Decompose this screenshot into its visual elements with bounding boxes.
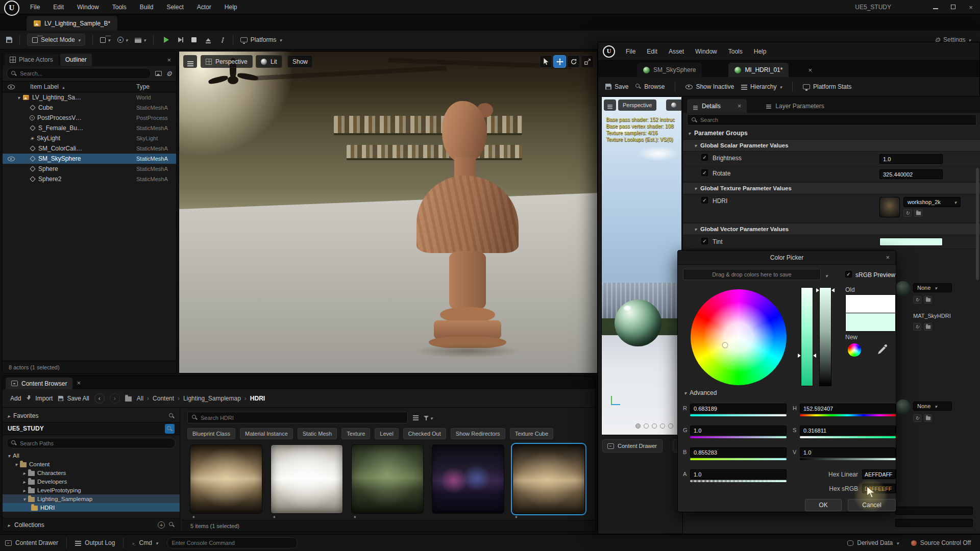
- filter-dropdown[interactable]: [424, 414, 433, 421]
- asset-tile[interactable]: [351, 444, 424, 514]
- minimize-button[interactable]: [927, 4, 944, 11]
- menu-help[interactable]: Help: [748, 48, 772, 55]
- theme-dropdown-icon[interactable]: [825, 272, 828, 279]
- save-all-button[interactable]: Save All: [58, 395, 89, 402]
- texture-slot-thumbnail[interactable]: [895, 399, 911, 415]
- stop-button[interactable]: [191, 37, 197, 42]
- play-button[interactable]: [164, 37, 169, 43]
- srgb-preview-checkbox[interactable]: [845, 271, 852, 278]
- tree-item-content[interactable]: Content: [3, 460, 180, 468]
- outliner-column-header[interactable]: Item Label Type: [3, 81, 176, 92]
- content-browser-tab[interactable]: Content Browser: [6, 378, 72, 389]
- outliner-row-selected[interactable]: SM_SkySphereStaticMeshA: [3, 154, 176, 164]
- hex-srgb-input[interactable]: D8FFEEFF: [862, 484, 896, 493]
- outliner-row[interactable]: LV_Lighting_Sample_B (EditoWorld: [3, 92, 176, 103]
- search-paths-input[interactable]: Search Paths: [7, 438, 176, 448]
- tree-item-developers[interactable]: Developers: [3, 477, 180, 486]
- outliner-search-input[interactable]: Search...: [7, 68, 151, 79]
- group-global-texture[interactable]: Global Texture Parameter Values: [683, 182, 980, 194]
- brightness-checkbox[interactable]: [701, 154, 708, 161]
- content-browser-close-icon[interactable]: [77, 380, 81, 387]
- viewport-options-button[interactable]: [183, 55, 197, 68]
- menu-build[interactable]: Build: [133, 0, 160, 14]
- value-bar[interactable]: [819, 287, 831, 386]
- filter-level[interactable]: Level: [375, 428, 398, 439]
- shape-sphere-button[interactable]: [644, 423, 649, 429]
- breadcrumb-all[interactable]: All: [137, 395, 149, 402]
- menu-edit[interactable]: Edit: [641, 48, 663, 55]
- shape-cylinder-button[interactable]: [635, 423, 641, 429]
- visibility-eye-icon[interactable]: [8, 156, 15, 162]
- texture-slot-thumbnail[interactable]: [895, 281, 911, 296]
- menu-tools[interactable]: Tools: [106, 0, 133, 14]
- color-theme-dropzone[interactable]: Drag & drop colors here to save: [683, 269, 821, 280]
- detail-value-input[interactable]: [895, 519, 973, 527]
- collections-section[interactable]: Collections: [3, 518, 180, 531]
- value-slider[interactable]: V 1.0: [793, 447, 896, 461]
- show-flags-button[interactable]: Show: [287, 55, 313, 68]
- group-global-vector[interactable]: Global Vector Parameter Values: [683, 223, 980, 235]
- project-section[interactable]: UE5_STUDY: [3, 422, 180, 435]
- menu-tools[interactable]: Tools: [723, 48, 748, 55]
- red-slider[interactable]: R 0.683189: [683, 404, 787, 417]
- console-command-input[interactable]: Enter Console Command: [167, 537, 298, 548]
- preview-perspective-button[interactable]: Perspective: [618, 99, 656, 111]
- move-tool-button[interactable]: [553, 55, 566, 68]
- details-scrollbar[interactable]: [976, 168, 979, 280]
- texture-slot-dropdown[interactable]: None: [913, 283, 952, 292]
- view-settings-icon[interactable]: [413, 415, 419, 416]
- saturation-bar[interactable]: [801, 287, 813, 386]
- cinematics-dropdown[interactable]: [135, 36, 146, 43]
- tab-place-actors[interactable]: Place Actors: [5, 54, 58, 66]
- save-level-button[interactable]: [6, 37, 12, 43]
- output-log-button[interactable]: Output Log: [75, 539, 115, 546]
- group-global-scalar[interactable]: Global Scalar Parameter Values: [683, 139, 980, 152]
- outliner-snapshot-icon[interactable]: [155, 71, 162, 76]
- tree-item-all[interactable]: All: [3, 451, 180, 460]
- breadcrumb-hdri[interactable]: HDRI: [250, 395, 265, 402]
- content-drawer-button[interactable]: Content Drawer: [602, 439, 663, 453]
- save-button[interactable]: Save: [605, 83, 628, 90]
- outliner-row[interactable]: SM_ColorCalibratorStaticMeshA: [3, 143, 176, 154]
- use-selected-asset-icon[interactable]: [913, 323, 921, 331]
- browse-to-asset-icon[interactable]: [924, 414, 932, 422]
- filter-static-mesh[interactable]: Static Mesh: [298, 428, 337, 439]
- use-selected-asset-icon[interactable]: [913, 414, 921, 422]
- source-control-button[interactable]: Source Control Off: [911, 539, 971, 546]
- tab-layer-parameters[interactable]: Layer Parameters: [760, 99, 829, 113]
- forward-button[interactable]: ›: [110, 393, 120, 404]
- outliner-row[interactable]: S_Female_Bust_Statuette_StaticMeshA: [3, 123, 176, 133]
- platforms-dropdown[interactable]: Platforms: [240, 36, 282, 43]
- tint-color-swatch[interactable]: [879, 238, 943, 246]
- tree-item-characters[interactable]: Characters: [3, 468, 180, 477]
- cmd-dropdown[interactable]: Cmd: [132, 539, 158, 546]
- browse-to-asset-icon[interactable]: [914, 209, 922, 217]
- shape-mesh-button[interactable]: [668, 423, 673, 429]
- green-slider[interactable]: G 1.0: [683, 425, 787, 439]
- filter-checked-out[interactable]: Checked Out: [403, 428, 446, 439]
- blue-slider[interactable]: B 0.855283: [683, 447, 787, 461]
- outliner-row[interactable]: SkyLightSkyLight: [3, 133, 176, 143]
- eject-button[interactable]: [206, 38, 211, 41]
- rotate-tool-button[interactable]: [567, 55, 580, 68]
- skip-frame-button[interactable]: [178, 37, 182, 42]
- outliner-row[interactable]: PostProcessVolumePostProcess: [3, 113, 176, 123]
- asset-tile-selected[interactable]: [512, 444, 585, 514]
- unreal-logo-icon[interactable]: U: [4, 1, 19, 16]
- rotate-checkbox[interactable]: [701, 169, 708, 176]
- breadcrumb-content[interactable]: Content: [153, 395, 180, 402]
- details-search-input[interactable]: Search: [687, 114, 976, 126]
- hdri-texture-dropdown[interactable]: workshop_2k: [903, 197, 961, 207]
- color-picker-close-icon[interactable]: [886, 254, 890, 261]
- tab-close-icon[interactable]: [808, 67, 812, 74]
- filter-blueprint-class[interactable]: Blueprint Class: [187, 428, 235, 439]
- browse-button[interactable]: Browse: [635, 83, 665, 90]
- favorites-section[interactable]: Favorites: [3, 410, 180, 422]
- hue-slider[interactable]: H 152.592407: [793, 404, 896, 417]
- menu-help[interactable]: Help: [218, 0, 244, 14]
- select-mode-dropdown[interactable]: Select Mode: [27, 34, 85, 46]
- derived-data-dropdown[interactable]: Derived Data: [847, 539, 899, 546]
- menu-edit[interactable]: Edit: [46, 0, 70, 14]
- menu-select[interactable]: Select: [160, 0, 190, 14]
- tab-outliner[interactable]: Outliner: [60, 54, 92, 66]
